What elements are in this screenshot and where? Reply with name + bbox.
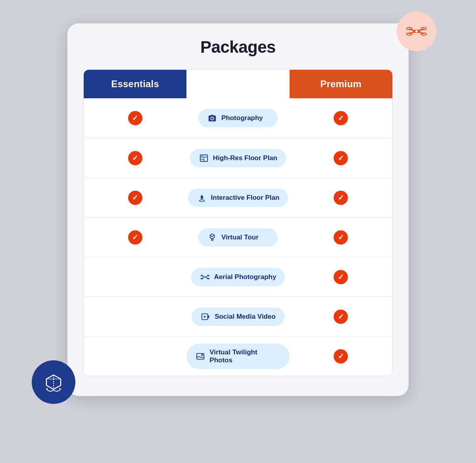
vr-icon	[207, 233, 217, 242]
essentials-check-cell: ✓	[84, 191, 186, 205]
table-row: ✓ Photography ✓	[84, 98, 392, 138]
feature-pill: Photography	[198, 109, 278, 127]
check-icon: ✓	[334, 349, 348, 364]
check-icon: ✓	[128, 230, 142, 245]
table-row: Virtual Twilight Photos ✓	[84, 336, 392, 376]
svg-marker-14	[59, 388, 61, 390]
svg-marker-38	[204, 316, 206, 318]
essentials-header: Essentials	[84, 70, 186, 98]
feature-pill: High-Res Floor Plan	[190, 149, 286, 167]
check-icon: ✓	[334, 310, 348, 324]
feature-cell: Virtual Tour	[186, 228, 289, 247]
table-row: ✓ Virtual Tour ✓	[84, 217, 392, 257]
premium-check-cell: ✓	[290, 230, 392, 245]
box-3d-icon	[42, 370, 65, 394]
essentials-check-cell: ✓	[84, 151, 186, 165]
check-icon: ✓	[128, 151, 142, 165]
feature-cell: High-Res Floor Plan	[186, 149, 289, 167]
feature-name: Social Media Video	[215, 313, 276, 321]
premium-check-cell: ✓	[290, 191, 392, 205]
table-row: ✓ Interactive Floor Plan ✓	[84, 178, 392, 217]
table-row: Social Media Video ✓	[84, 297, 392, 336]
premium-check-cell: ✓	[290, 151, 392, 165]
feature-name: High-Res Floor Plan	[213, 154, 277, 162]
premium-header: Premium	[290, 70, 392, 98]
feature-pill: Virtual Twilight Photos	[186, 344, 289, 369]
premium-label: Premium	[320, 78, 361, 90]
camera-icon	[207, 114, 217, 122]
interactive-icon	[197, 193, 207, 202]
feature-cell: Virtual Twilight Photos	[186, 344, 289, 369]
feature-name: Virtual Tour	[221, 233, 259, 241]
page-title: Packages	[83, 38, 393, 57]
feature-cell: Social Media Video	[186, 308, 289, 326]
check-icon: ✓	[128, 111, 142, 125]
essentials-check-cell: ✓	[84, 111, 186, 125]
feature-rows: ✓ Photography ✓✓ High-Res Floor Plan ✓✓	[84, 98, 392, 376]
feature-pill: Social Media Video	[192, 308, 284, 326]
feature-cell: Photography	[186, 109, 289, 127]
packages-table: Essentials Premium ✓ Photography ✓✓	[83, 69, 393, 376]
premium-check-cell: ✓	[290, 349, 392, 364]
table-header: Essentials Premium	[84, 70, 392, 98]
page-wrapper: Packages Essentials Premium ✓ Photograph…	[60, 23, 416, 440]
feature-name: Interactive Floor Plan	[211, 194, 280, 202]
floorplan-icon	[199, 154, 209, 163]
check-icon: ✓	[334, 230, 348, 245]
premium-check-cell: ✓	[290, 111, 392, 125]
check-icon: ✓	[334, 270, 348, 284]
feature-cell: Aerial Photography	[186, 268, 289, 286]
essentials-check-cell: ✓	[84, 230, 186, 245]
check-icon: ✓	[334, 151, 348, 165]
deco-circle-blue	[32, 360, 75, 404]
feature-pill: Interactive Floor Plan	[188, 189, 288, 207]
feature-pill: Aerial Photography	[191, 268, 285, 286]
table-row: ✓ High-Res Floor Plan ✓	[84, 138, 392, 178]
feature-name: Virtual Twilight Photos	[209, 348, 280, 364]
table-row: Aerial Photography ✓	[84, 257, 392, 297]
premium-check-cell: ✓	[290, 270, 392, 284]
check-icon: ✓	[128, 191, 142, 205]
video-icon	[200, 312, 211, 321]
check-icon: ✓	[334, 191, 348, 205]
feature-pill: Virtual Tour	[198, 228, 278, 247]
feature-name: Aerial Photography	[214, 273, 276, 281]
deco-circle-orange	[397, 11, 436, 51]
premium-check-cell: ✓	[290, 310, 392, 324]
header-center-spacer	[186, 70, 289, 98]
svg-rect-20	[201, 155, 203, 157]
packages-card: Packages Essentials Premium ✓ Photograph…	[67, 23, 409, 396]
essentials-label: Essentials	[111, 78, 159, 90]
svg-marker-15	[46, 388, 48, 390]
drone-icon	[406, 21, 427, 42]
feature-cell: Interactive Floor Plan	[186, 189, 289, 207]
svg-point-22	[199, 200, 204, 202]
feature-name: Photography	[221, 114, 263, 122]
drone-icon	[200, 273, 210, 281]
twilight-icon	[195, 352, 205, 361]
check-icon: ✓	[334, 111, 348, 125]
